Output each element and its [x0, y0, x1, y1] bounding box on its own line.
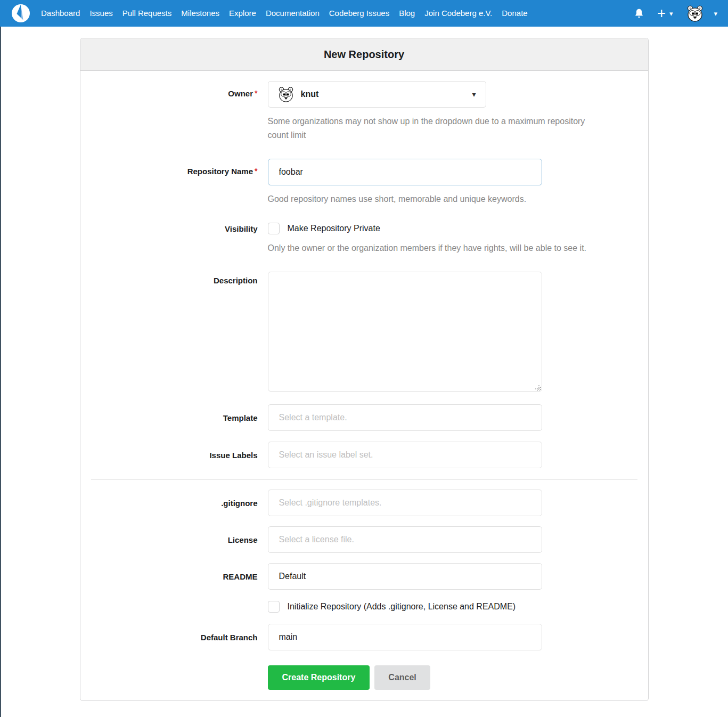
- gitignore-row: .gitignore: [91, 490, 637, 516]
- private-checkbox-label[interactable]: Make Repository Private: [288, 224, 380, 233]
- owner-row: Owner* knut: [91, 81, 637, 142]
- default-branch-input[interactable]: [268, 624, 542, 650]
- repo-name-input[interactable]: [268, 159, 542, 185]
- nav-item-pull-requests[interactable]: Pull Requests: [118, 0, 177, 27]
- owner-help-text: Some organizations may not show up in th…: [268, 115, 598, 142]
- owner-dropdown[interactable]: knut ▾: [268, 81, 486, 108]
- create-new-menu[interactable]: + ▾: [657, 6, 673, 21]
- license-input[interactable]: [268, 526, 542, 553]
- description-row: Description: [91, 272, 637, 394]
- nav-item-join-codeberg[interactable]: Join Codeberg e.V.: [420, 0, 497, 27]
- private-checkbox[interactable]: [268, 223, 280, 234]
- description-textarea[interactable]: [268, 272, 542, 392]
- gitignore-input[interactable]: [268, 490, 542, 516]
- readme-input[interactable]: [268, 563, 542, 590]
- section-divider: [91, 479, 637, 480]
- visibility-row: Visibility Make Repository Private Only …: [91, 223, 637, 255]
- bell-icon: [634, 7, 644, 19]
- nav-item-milestones[interactable]: Milestones: [176, 0, 224, 27]
- user-menu-chevron-icon[interactable]: ▾: [714, 10, 717, 18]
- template-input[interactable]: [268, 404, 542, 431]
- template-row: Template: [91, 404, 637, 431]
- user-avatar[interactable]: [686, 5, 704, 22]
- init-repo-row: Initialize Repository (Adds .gitignore, …: [91, 601, 637, 613]
- init-repo-checkbox-label[interactable]: Initialize Repository (Adds .gitignore, …: [288, 602, 516, 612]
- description-label: Description: [91, 272, 268, 285]
- form-actions-row: Create Repository Cancel: [91, 665, 637, 690]
- nav-item-explore[interactable]: Explore: [224, 0, 261, 27]
- chevron-down-icon: ▾: [669, 10, 673, 18]
- nav-item-dashboard[interactable]: Dashboard: [36, 0, 85, 27]
- readme-row: README: [91, 563, 637, 590]
- nav-item-issues[interactable]: Issues: [85, 0, 117, 27]
- init-repo-checkbox[interactable]: [268, 601, 280, 613]
- page-title: New Repository: [80, 38, 648, 71]
- create-repository-button[interactable]: Create Repository: [268, 665, 370, 690]
- cancel-button[interactable]: Cancel: [374, 665, 430, 690]
- license-label: License: [91, 535, 268, 544]
- gitignore-label: .gitignore: [91, 499, 268, 508]
- navbar-right-controls: + ▾ ▾: [634, 5, 717, 22]
- visibility-help-text: Only the owner or the organization membe…: [268, 241, 587, 255]
- nav-item-donate[interactable]: Donate: [497, 0, 532, 27]
- owner-avatar: [278, 86, 294, 102]
- issue-labels-row: Issue Labels: [91, 442, 637, 468]
- required-asterisk: *: [255, 167, 257, 175]
- notifications-button[interactable]: [634, 7, 644, 19]
- visibility-label: Visibility: [91, 223, 268, 233]
- plus-icon: +: [657, 6, 666, 21]
- repo-name-label: Repository Name*: [91, 159, 268, 176]
- required-asterisk: *: [255, 89, 257, 97]
- nav-item-codeberg-issues[interactable]: Codeberg Issues: [324, 0, 394, 27]
- default-branch-label: Default Branch: [91, 633, 268, 642]
- left-edge-divider: [0, 27, 1, 717]
- license-row: License: [91, 526, 637, 553]
- repo-name-row: Repository Name* Good repository names u…: [91, 159, 637, 206]
- issue-labels-input[interactable]: [268, 442, 542, 468]
- template-label: Template: [91, 413, 268, 422]
- nav-item-documentation[interactable]: Documentation: [261, 0, 324, 27]
- readme-label: README: [91, 572, 268, 581]
- codeberg-logo-icon[interactable]: [11, 4, 30, 23]
- new-repository-panel: New Repository Owner*: [80, 38, 649, 701]
- repo-name-help-text: Good repository names use short, memorab…: [268, 192, 542, 206]
- dropdown-caret-icon: ▾: [472, 90, 476, 99]
- issue-labels-label: Issue Labels: [91, 451, 268, 460]
- nav-item-blog[interactable]: Blog: [394, 0, 420, 27]
- default-branch-row: Default Branch: [91, 624, 637, 650]
- owner-selected-value: knut: [301, 89, 319, 99]
- owner-label: Owner*: [91, 81, 268, 98]
- new-repository-form: Owner* knut: [80, 71, 648, 700]
- top-navbar: Dashboard Issues Pull Requests Milestone…: [0, 0, 728, 27]
